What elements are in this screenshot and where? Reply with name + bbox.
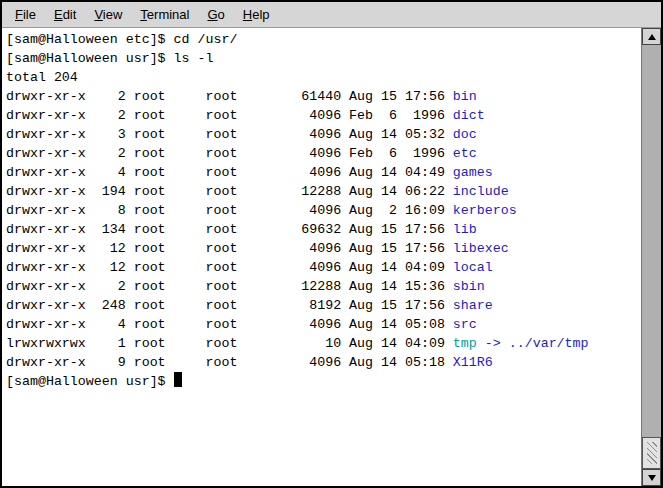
terminal-line: drwxr-xr-x 2 root root 61440 Aug 15 17:5…: [6, 87, 641, 106]
terminal-text: drwxr-xr-x 3 root root 4096 Aug 14 05:32: [6, 127, 453, 142]
file-name-dir: sbin: [453, 279, 485, 294]
terminal-text: drwxr-xr-x 4 root root 4096 Aug 14 04:49: [6, 165, 453, 180]
file-name-dir: doc: [453, 127, 477, 142]
scrollbar[interactable]: [641, 28, 661, 486]
menu-item-terminal[interactable]: Terminal: [131, 4, 198, 25]
file-name-dir: ../var/tmp: [509, 336, 589, 351]
terminal-text: drwxr-xr-x 2 root root 4096 Feb 6 1996: [6, 108, 453, 123]
terminal-text: drwxr-xr-x 9 root root 4096 Aug 14 05:18: [6, 355, 453, 370]
menu-item-view[interactable]: View: [85, 4, 131, 25]
file-name-dir: src: [453, 317, 477, 332]
file-name-symlink: tmp: [453, 336, 477, 351]
terminal-line: drwxr-xr-x 2 root root 12288 Aug 14 15:3…: [6, 277, 641, 296]
file-name-dir: bin: [453, 89, 477, 104]
grip-icon: [647, 442, 657, 464]
terminal-text: lrwxrwxrwx 1 root root 10 Aug 14 04:09: [6, 336, 453, 351]
menu-item-file[interactable]: File: [6, 4, 45, 25]
terminal-line: drwxr-xr-x 4 root root 4096 Aug 14 05:08…: [6, 315, 641, 334]
menu-bar: FileEditViewTerminalGoHelp: [2, 2, 661, 28]
terminal-line: drwxr-xr-x 12 root root 4096 Aug 15 17:5…: [6, 239, 641, 258]
file-name-dir: ->: [477, 336, 509, 351]
terminal-line: lrwxrwxrwx 1 root root 10 Aug 14 04:09 t…: [6, 334, 641, 353]
terminal-text: [sam@Halloween etc]$ cd /usr/: [6, 32, 237, 47]
terminal-content: [sam@Halloween etc]$ cd /usr/[sam@Hallow…: [2, 28, 661, 486]
file-name-dir: kerberos: [453, 203, 517, 218]
file-name-dir: local: [453, 260, 493, 275]
terminal-line: [sam@Halloween usr]$: [6, 372, 641, 391]
terminal-line: drwxr-xr-x 2 root root 4096 Feb 6 1996 d…: [6, 106, 641, 125]
terminal-line: drwxr-xr-x 248 root root 8192 Aug 15 17:…: [6, 296, 641, 315]
file-name-dir: lib: [453, 222, 477, 237]
terminal-text: drwxr-xr-x 4 root root 4096 Aug 14 05:08: [6, 317, 453, 332]
menu-item-edit[interactable]: Edit: [45, 4, 85, 25]
file-name-dir: games: [453, 165, 493, 180]
terminal-text: drwxr-xr-x 2 root root 4096 Feb 6 1996: [6, 146, 453, 161]
scrollbar-thumb[interactable]: [642, 437, 661, 469]
terminal-text: total 204: [6, 70, 78, 85]
terminal-line: total 204: [6, 68, 641, 87]
file-name-dir: X11R6: [453, 355, 493, 370]
block-cursor: [174, 372, 182, 387]
terminal-screen[interactable]: [sam@Halloween etc]$ cd /usr/[sam@Hallow…: [2, 28, 641, 486]
terminal-line: [sam@Halloween usr]$ ls -l: [6, 49, 641, 68]
terminal-line: drwxr-xr-x 3 root root 4096 Aug 14 05:32…: [6, 125, 641, 144]
terminal-text: drwxr-xr-x 248 root root 8192 Aug 15 17:…: [6, 298, 453, 313]
terminal-text: drwxr-xr-x 134 root root 69632 Aug 15 17…: [6, 222, 453, 237]
terminal-window: FileEditViewTerminalGoHelp [sam@Hallowee…: [0, 0, 663, 488]
file-name-dir: include: [453, 184, 509, 199]
terminal-line: drwxr-xr-x 9 root root 4096 Aug 14 05:18…: [6, 353, 641, 372]
terminal-line: drwxr-xr-x 12 root root 4096 Aug 14 04:0…: [6, 258, 641, 277]
terminal-text: drwxr-xr-x 8 root root 4096 Aug 2 16:09: [6, 203, 453, 218]
terminal-line: drwxr-xr-x 4 root root 4096 Aug 14 04:49…: [6, 163, 641, 182]
terminal-line: [sam@Halloween etc]$ cd /usr/: [6, 30, 641, 49]
menu-item-help[interactable]: Help: [234, 4, 279, 25]
terminal-text: drwxr-xr-x 12 root root 4096 Aug 15 17:5…: [6, 241, 453, 256]
scrollbar-track[interactable]: [642, 45, 661, 469]
file-name-dir: dict: [453, 108, 485, 123]
scrollbar-up-button[interactable]: [642, 28, 661, 45]
terminal-text: drwxr-xr-x 12 root root 4096 Aug 14 04:0…: [6, 260, 453, 275]
terminal-line: drwxr-xr-x 134 root root 69632 Aug 15 17…: [6, 220, 641, 239]
terminal-line: drwxr-xr-x 2 root root 4096 Feb 6 1996 e…: [6, 144, 641, 163]
menu-item-go[interactable]: Go: [198, 4, 233, 25]
up-arrow-icon: [648, 34, 656, 40]
file-name-dir: share: [453, 298, 493, 313]
terminal-line: drwxr-xr-x 8 root root 4096 Aug 2 16:09 …: [6, 201, 641, 220]
terminal-text: [sam@Halloween usr]$: [6, 374, 174, 389]
terminal-text: drwxr-xr-x 194 root root 12288 Aug 14 06…: [6, 184, 453, 199]
terminal-text: drwxr-xr-x 2 root root 61440 Aug 15 17:5…: [6, 89, 453, 104]
file-name-dir: libexec: [453, 241, 509, 256]
down-arrow-icon: [648, 475, 656, 481]
terminal-line: drwxr-xr-x 194 root root 12288 Aug 14 06…: [6, 182, 641, 201]
terminal-text: drwxr-xr-x 2 root root 12288 Aug 14 15:3…: [6, 279, 453, 294]
file-name-dir: etc: [453, 146, 477, 161]
scrollbar-down-button[interactable]: [642, 469, 661, 486]
terminal-text: [sam@Halloween usr]$ ls -l: [6, 51, 213, 66]
